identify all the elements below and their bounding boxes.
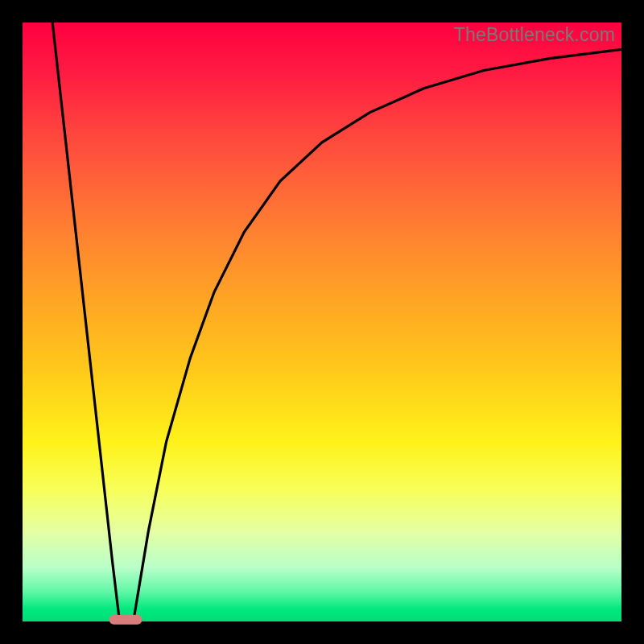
plot-area: TheBottleneck.com [23,23,621,621]
chart-frame: TheBottleneck.com [0,0,644,644]
optimal-point-marker [109,614,142,625]
curve-layer [23,23,621,621]
right-branch-line [134,49,621,621]
left-branch-line [52,23,119,621]
